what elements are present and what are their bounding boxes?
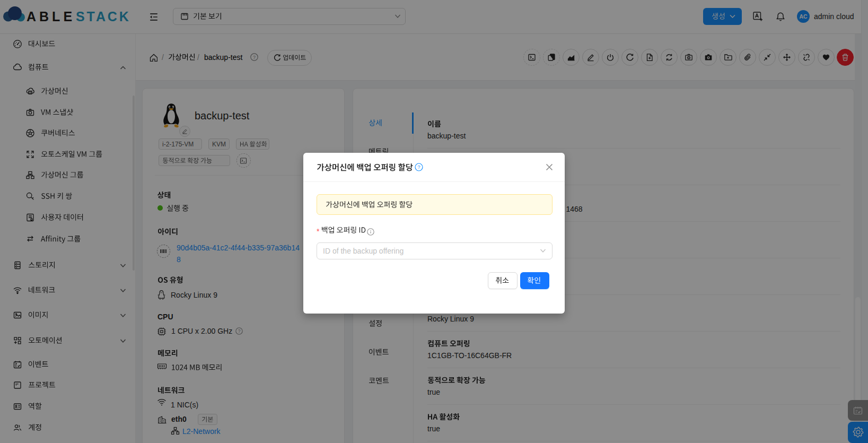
svg-text:?: ? <box>417 164 420 170</box>
